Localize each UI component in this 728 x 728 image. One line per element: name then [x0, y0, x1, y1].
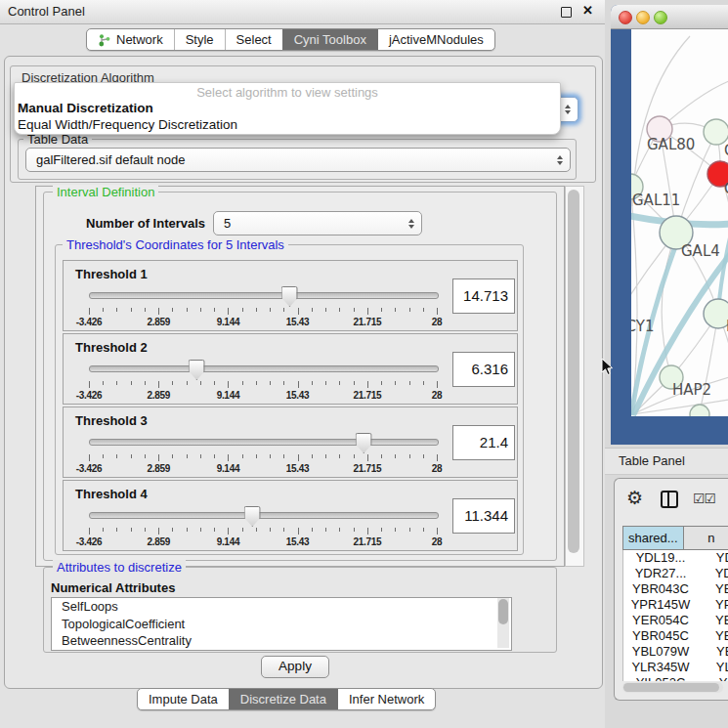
- control-panel-titlebar: Control Panel ✕: [0, 0, 605, 24]
- tab-infer-network[interactable]: Infer Network: [337, 689, 435, 709]
- tab-style[interactable]: Style: [174, 29, 225, 50]
- threshold-value-field[interactable]: 11.344: [452, 498, 515, 534]
- tab-select[interactable]: Select: [225, 29, 282, 50]
- checkboxes-icon[interactable]: ☑☑: [693, 491, 715, 506]
- cell-name[interactable]: YDL1: [698, 550, 728, 566]
- threshold-label: Threshold 3: [75, 413, 148, 428]
- slider-thumb[interactable]: [244, 506, 261, 527]
- float-icon[interactable]: [561, 7, 572, 18]
- close-traffic-light[interactable]: [619, 11, 632, 24]
- algorithm-option[interactable]: Manual Discretization: [15, 100, 560, 116]
- table-row[interactable]: YER054CYER0: [623, 613, 728, 628]
- slider-track[interactable]: [89, 292, 439, 299]
- bottom-tab-bar: Impute DataDiscretize DataInfer Network: [137, 688, 436, 710]
- cell-name[interactable]: YPR1: [698, 597, 728, 613]
- table-row[interactable]: YBR043CYBR0: [623, 581, 728, 597]
- cell-name[interactable]: YDR2: [698, 566, 728, 581]
- slider-track[interactable]: [89, 512, 439, 519]
- node-bottom[interactable]: [690, 405, 709, 416]
- threshold-value-field[interactable]: 14.713: [452, 278, 515, 314]
- network-icon: [98, 33, 111, 47]
- attribute-item[interactable]: BetweennessCentrality: [52, 632, 511, 650]
- minimize-traffic-light[interactable]: [636, 11, 650, 24]
- screen: Control Panel ✕ NetworkStyleSelectCyni T…: [0, 0, 728, 728]
- scrollbar-thumb[interactable]: [623, 683, 719, 692]
- slider-thumb[interactable]: [356, 433, 372, 453]
- vertical-scrollbar[interactable]: [565, 186, 584, 567]
- algorithm-option[interactable]: Equal Width/Frequency Discretization: [15, 116, 560, 133]
- attributes-title: Attributes to discretize: [53, 560, 186, 575]
- threshold-value-field[interactable]: 6.316: [452, 352, 515, 387]
- cell-shared-name[interactable]: YDL19...: [623, 550, 698, 566]
- slider-track[interactable]: [89, 365, 439, 372]
- attributes-scrollbar[interactable]: [497, 598, 509, 648]
- cell-shared-name[interactable]: YBL079W: [623, 644, 698, 660]
- table-body: YDL19...YDL1YDR27...YDR2YBR043CYBR0YPR14…: [622, 550, 728, 681]
- number-of-intervals-value: 5: [224, 216, 231, 231]
- number-of-intervals-combobox[interactable]: 5: [213, 211, 422, 236]
- table-row[interactable]: YBL079WYBL0: [623, 644, 728, 660]
- table-panel-title: Table Panel: [619, 453, 685, 468]
- cell-name[interactable]: YBR0: [698, 628, 728, 644]
- cell-name[interactable]: YLR3: [698, 660, 728, 675]
- table-row[interactable]: YDL19...YDL1: [623, 550, 728, 566]
- table-data-combobox[interactable]: galFiltered.sif default node: [25, 148, 571, 172]
- attribute-item[interactable]: SelfLoops: [52, 598, 511, 616]
- cell-shared-name[interactable]: YLR345W: [623, 660, 698, 675]
- column-header-name[interactable]: n: [684, 526, 728, 550]
- tab-network[interactable]: Network: [87, 29, 174, 50]
- tab-cyni-toolbox[interactable]: Cyni Toolbox: [282, 29, 377, 50]
- threshold-box-1: Threshold 1-3.4262.8599.14415.4321.71528…: [63, 260, 518, 331]
- zoom-traffic-light[interactable]: [654, 11, 667, 24]
- table-row[interactable]: YIL052CYIL0: [623, 675, 728, 681]
- table-header-row: shared... n: [622, 526, 728, 550]
- table-data-value: galFiltered.sif default node: [36, 152, 185, 167]
- cell-shared-name[interactable]: YER054C: [623, 613, 698, 628]
- cell-shared-name[interactable]: YBR045C: [623, 628, 698, 644]
- table-row[interactable]: YDR27...YDR2: [623, 566, 728, 581]
- threshold-box-4: Threshold 4-3.4262.8599.14415.4321.71528…: [63, 480, 518, 551]
- horizontal-scrollbar[interactable]: [622, 682, 723, 693]
- node-label-gal4: GAL4: [681, 242, 720, 260]
- numerical-attributes-list[interactable]: SelfLoopsTopologicalCoefficientBetweenne…: [51, 597, 512, 651]
- apply-button[interactable]: Apply: [261, 656, 329, 678]
- node-table: shared... n YDL19...YDL1YDR27...YDR2YBR0…: [622, 526, 728, 682]
- table-row[interactable]: YPR145WYPR1: [623, 597, 728, 613]
- columns-icon[interactable]: [661, 491, 678, 508]
- threshold-value-field[interactable]: 21.4: [452, 425, 515, 460]
- network-canvas[interactable]: GAL80GCGAL11GAL4GCY1HHAP2: [631, 29, 728, 416]
- table-row[interactable]: YBR045CYBR0: [623, 628, 728, 644]
- node-label-gal80: GAL80: [647, 136, 695, 153]
- gear-icon[interactable]: ⚙: [626, 487, 643, 509]
- cell-name[interactable]: YBL0: [698, 644, 728, 660]
- cell-shared-name[interactable]: YBR043C: [623, 581, 698, 597]
- threshold-slider[interactable]: -3.4262.8599.14415.4321.71528: [89, 506, 437, 547]
- slider-thumb[interactable]: [281, 286, 298, 307]
- slider-track[interactable]: [89, 439, 439, 446]
- cell-name[interactable]: YIL0: [698, 675, 728, 681]
- threshold-slider[interactable]: -3.4262.8599.14415.4321.71528: [89, 433, 437, 474]
- mouse-cursor: [601, 358, 614, 376]
- cell-shared-name[interactable]: YPR145W: [623, 597, 698, 613]
- node-h[interactable]: [704, 299, 728, 328]
- threshold-slider[interactable]: -3.4262.8599.14415.4321.71528: [89, 286, 437, 327]
- slider-thumb[interactable]: [189, 360, 205, 380]
- scrollbar-thumb[interactable]: [568, 190, 579, 553]
- scrollbar-thumb[interactable]: [498, 599, 508, 624]
- close-icon[interactable]: ✕: [582, 3, 593, 18]
- table-row[interactable]: YLR345WYLR3: [623, 660, 728, 675]
- cell-name[interactable]: YBR0: [698, 581, 728, 597]
- threshold-label: Threshold 1: [75, 267, 148, 281]
- threshold-slider[interactable]: -3.4262.8599.14415.4321.71528: [89, 360, 437, 401]
- tab-discretize-data[interactable]: Discretize Data: [229, 689, 337, 709]
- tab-jactivemnodules[interactable]: jActiveMNodules: [377, 29, 494, 50]
- table-panel-bar: Table Panel: [605, 448, 728, 475]
- stepper-icon: [565, 105, 571, 114]
- tab-impute-data[interactable]: Impute Data: [138, 689, 229, 709]
- threshold-box-2: Threshold 2-3.4262.8599.14415.4321.71528…: [63, 333, 518, 405]
- cell-shared-name[interactable]: YIL052C: [623, 675, 698, 681]
- column-header-shared-name[interactable]: shared...: [622, 526, 684, 550]
- attribute-item[interactable]: TopologicalCoefficient: [52, 616, 511, 633]
- cell-shared-name[interactable]: YDR27...: [623, 566, 698, 581]
- cell-name[interactable]: YER0: [698, 613, 728, 628]
